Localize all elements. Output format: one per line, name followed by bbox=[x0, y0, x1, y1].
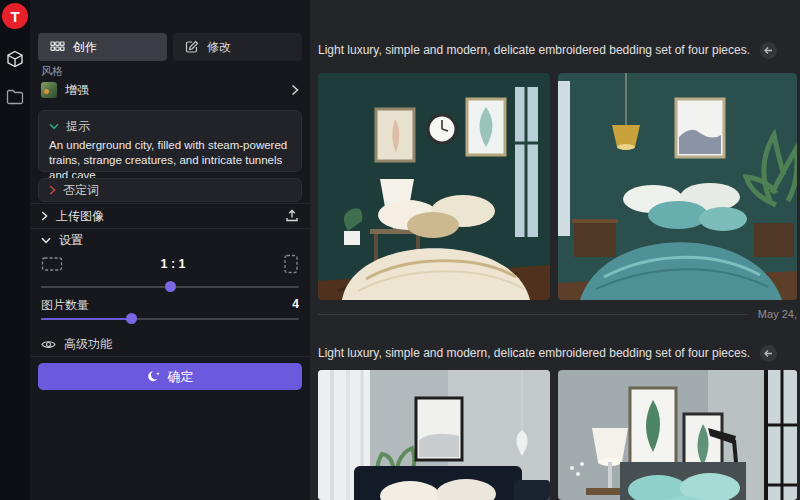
slider-thumb[interactable] bbox=[165, 281, 176, 292]
image-count-value: 4 bbox=[292, 297, 299, 314]
avatar[interactable]: T bbox=[2, 3, 28, 29]
style-selector[interactable]: 增强 bbox=[41, 80, 299, 100]
results-area: Light luxury, simple and modern, delicat… bbox=[310, 0, 800, 500]
portrait-ratio-icon[interactable] bbox=[283, 254, 299, 274]
tab-modify[interactable]: 修改 bbox=[173, 33, 302, 61]
generated-image[interactable] bbox=[558, 370, 797, 500]
generation-panel: 创作 修改 风格 增强 提示 An underground city, fill… bbox=[30, 0, 310, 500]
image-count-row: 图片数量 4 bbox=[41, 297, 299, 314]
upload-label: 上传图像 bbox=[56, 208, 104, 225]
folder-icon[interactable] bbox=[0, 82, 30, 112]
tab-modify-label: 修改 bbox=[207, 39, 231, 56]
image-count-label: 图片数量 bbox=[41, 297, 89, 314]
upload-image-row[interactable]: 上传图像 bbox=[30, 203, 310, 229]
landscape-ratio-icon[interactable] bbox=[41, 256, 63, 272]
chevron-down-icon bbox=[41, 237, 51, 244]
prompt-input[interactable]: An underground city, filled with steam-p… bbox=[39, 138, 301, 183]
image-row bbox=[318, 73, 797, 300]
date-divider-row: May 24, bbox=[318, 308, 797, 320]
settings-label: 设置 bbox=[59, 232, 83, 249]
cube-icon[interactable] bbox=[0, 44, 30, 74]
mode-tabs: 创作 修改 bbox=[38, 33, 302, 61]
generation-caption: Light luxury, simple and modern, delicat… bbox=[318, 43, 750, 57]
date-label: May 24, bbox=[758, 308, 797, 320]
chevron-right-icon bbox=[41, 211, 48, 221]
reuse-prompt-icon[interactable] bbox=[760, 345, 777, 362]
generated-image[interactable] bbox=[558, 73, 797, 300]
generation-caption-row: Light luxury, simple and modern, delicat… bbox=[318, 41, 800, 59]
prompt-label: 提示 bbox=[66, 118, 90, 135]
aspect-ratio-row: 1 : 1 bbox=[41, 252, 299, 276]
generation-caption: Light luxury, simple and modern, delicat… bbox=[318, 346, 750, 360]
negative-words-box[interactable]: 否定词 bbox=[38, 178, 302, 202]
advanced-label: 高级功能 bbox=[64, 336, 112, 353]
eye-icon bbox=[41, 339, 56, 350]
divider bbox=[30, 356, 310, 357]
chevron-right-icon[interactable] bbox=[49, 185, 56, 195]
chevron-right-icon bbox=[291, 84, 299, 96]
aspect-ratio-slider[interactable] bbox=[41, 281, 299, 293]
negative-label: 否定词 bbox=[63, 182, 99, 199]
settings-section[interactable]: 设置 bbox=[41, 232, 83, 249]
divider bbox=[318, 314, 748, 315]
left-rail: T bbox=[0, 0, 30, 500]
prompt-box[interactable]: 提示 An underground city, filled with stea… bbox=[38, 110, 302, 172]
style-value: 增强 bbox=[65, 82, 283, 99]
reuse-prompt-icon[interactable] bbox=[760, 42, 777, 59]
style-thumbnail bbox=[41, 82, 57, 98]
slider-thumb[interactable] bbox=[126, 313, 137, 324]
grid-icon bbox=[50, 41, 65, 54]
confirm-button[interactable]: 确定 bbox=[38, 363, 302, 390]
aspect-ratio-value: 1 : 1 bbox=[63, 257, 283, 271]
generation-caption-row: Light luxury, simple and modern, delicat… bbox=[318, 344, 800, 362]
tab-create-label: 创作 bbox=[73, 39, 97, 56]
crescent-icon bbox=[147, 370, 161, 384]
image-count-slider[interactable] bbox=[41, 313, 299, 325]
edit-icon bbox=[185, 40, 199, 54]
style-section-label: 风格 bbox=[41, 64, 63, 79]
upload-icon[interactable] bbox=[285, 209, 299, 223]
generated-image[interactable] bbox=[318, 73, 550, 300]
chevron-down-icon[interactable] bbox=[49, 123, 59, 130]
tab-create[interactable]: 创作 bbox=[38, 33, 167, 61]
image-row bbox=[318, 370, 797, 500]
advanced-features-row[interactable]: 高级功能 bbox=[41, 336, 112, 353]
generated-image[interactable] bbox=[318, 370, 550, 500]
confirm-label: 确定 bbox=[168, 368, 194, 386]
